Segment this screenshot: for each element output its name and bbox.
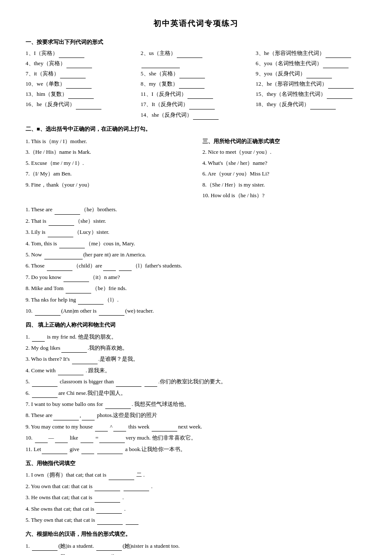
s2-l5: 9. Fine，thank（your / you） bbox=[26, 180, 190, 190]
s4-10: 10. — like =very much. 他们非常喜欢它。 bbox=[26, 433, 366, 443]
blank-10 bbox=[66, 88, 92, 89]
blank-4 bbox=[66, 68, 92, 68]
s5-4: 4. She owns that cat; that cat is . bbox=[26, 504, 366, 514]
s2-l3: 5. Excuse（me / my / I）. bbox=[26, 158, 190, 168]
blank-9 bbox=[306, 78, 332, 78]
blank-6 bbox=[323, 68, 349, 68]
section1-title: 一、按要求写出下列代词的形式 bbox=[26, 37, 366, 47]
s2-l4: 7.（I/ My）am Ben. bbox=[26, 169, 190, 178]
s3-8: 8. Mike and Tom （be）frie nds. bbox=[26, 283, 366, 293]
section2-right: 三、用所给代词的正确形式填空 2. Nice to meet（your / yo… bbox=[202, 135, 366, 201]
section6-title: 六、根据给出的汉语，用恰当的形式填空。 bbox=[26, 529, 366, 539]
item-9: 9、you（反身代词） bbox=[256, 69, 366, 78]
item-4: 4、they（宾格） bbox=[26, 59, 136, 68]
s2-r1: 2. Nice to meet（your / you）. bbox=[202, 147, 366, 157]
s3-3: 3. Lily is （Lucy）sister. bbox=[26, 227, 366, 237]
item-10: 10、we（单数） bbox=[26, 79, 136, 89]
s6-2: 2. (我)want (你)to do it today. bbox=[26, 552, 366, 555]
item-8: 8、my（复数） bbox=[141, 79, 251, 89]
s4-2: 2. My dog likes.我的狗喜欢她。 bbox=[26, 343, 366, 353]
s5-5: 5. They own that cat; that cat is bbox=[26, 515, 366, 525]
item-5: 5、she（宾格） bbox=[141, 69, 251, 78]
item-1: 1、I（宾格） bbox=[26, 49, 136, 58]
s2-r0: 三、用所给代词的正确形式填空 bbox=[202, 136, 366, 146]
s2-r3: 6. Are（your / you）Miss Li? bbox=[202, 169, 366, 178]
item-14: 14、she（反身代词） bbox=[141, 110, 251, 120]
s5-2: 2. You own that cat: that cat is . bbox=[26, 481, 366, 491]
section2-left: 1. This is（my / I）mother. 3.（He / His）na… bbox=[26, 135, 190, 201]
item-3: 3、he（形容词性物主代词） bbox=[256, 49, 366, 58]
s4-1: 1. is my frie nd. 他是我的朋友。 bbox=[26, 332, 366, 342]
s4-11: 11. Let give a book.让我给你一本书。 bbox=[26, 444, 366, 454]
s4-5: 5. classroom is bigger than .你们的教室比我们的要大… bbox=[26, 377, 366, 386]
section4-title: 四、 填上正确的人称代词和物主代词 bbox=[26, 320, 366, 330]
s2-r4: 8.（She / Her）is my sister. bbox=[202, 180, 366, 190]
s4-6: 6. are Chi nese.我们是中国人。 bbox=[26, 388, 366, 398]
page-title: 初中英语代词专项练习 bbox=[26, 17, 366, 30]
blank-3 bbox=[326, 58, 351, 58]
item-2: 2、us（主格） bbox=[141, 49, 251, 58]
s4-7: 7. I want to buy some ballo ons for . 我想… bbox=[26, 399, 366, 409]
section4-list: 1. is my frie nd. 他是我的朋友。 2. My dog like… bbox=[26, 332, 366, 454]
blank-8 bbox=[179, 88, 205, 89]
blank-13 bbox=[68, 98, 94, 99]
s3-10: 10. (Ann)m other is (we) teacher. bbox=[26, 306, 366, 316]
s3-4: 4. Tom, this is （me）cous in, Mary. bbox=[26, 239, 366, 248]
section3-list: 1. These are （he）brothers. 2. That is （s… bbox=[26, 204, 366, 316]
blank-7 bbox=[60, 78, 86, 78]
s4-4: 4. Come with . 跟我来。 bbox=[26, 365, 366, 375]
section5-list: 1. I own（拥有）that cat; that cat is 二 . 2.… bbox=[26, 470, 366, 525]
s3-6: 6. Those （child）are （l）father's students… bbox=[26, 261, 366, 270]
s3-7: 7. Do you know （it）n ame? bbox=[26, 272, 366, 282]
s2-l2: 3.（He / His）name is Mark. bbox=[26, 147, 190, 157]
item-12: 12、he（形容词性物主代词） bbox=[256, 79, 366, 89]
section6-list: 1. (她)is a student. (她)sister is a stude… bbox=[26, 541, 366, 555]
s4-8: 8. These are, photos.这些是我们的照片 bbox=[26, 410, 366, 420]
blank-18 bbox=[310, 109, 336, 109]
item-13: 13、him（复数） bbox=[26, 89, 136, 99]
item-16: 16、he（反身代词） bbox=[26, 100, 136, 109]
blank-2 bbox=[177, 58, 202, 58]
blank-1 bbox=[59, 58, 84, 58]
s3-1: 1. These are （he）brothers. bbox=[26, 204, 366, 214]
s3-9: 9. Tha nks for help ing （l）. bbox=[26, 295, 366, 305]
item-17: 17、It（反身代词） bbox=[141, 100, 251, 109]
item-7: 7、it（宾格） bbox=[26, 69, 136, 78]
section5-title: 五、用物指代词填空 bbox=[26, 458, 366, 468]
item-4b bbox=[141, 59, 251, 68]
s4-9: 9. You may come to my house ^ this week … bbox=[26, 422, 366, 431]
blank-14 bbox=[193, 119, 219, 120]
section2-title: 二、■、选出括号中正确的词，在正确的词上打勾。 bbox=[26, 124, 366, 134]
item-15: 15、they（名词性物主代词） bbox=[256, 89, 366, 99]
blank-16 bbox=[76, 109, 101, 109]
s3-5: 5. Now (her pare nt) are in America. bbox=[26, 250, 366, 259]
blank-11 bbox=[187, 98, 213, 99]
blank-17 bbox=[189, 109, 215, 109]
item-18: 18、they（反身代词） bbox=[256, 100, 366, 109]
s2-r2: 4. What's（she / her）name? bbox=[202, 158, 366, 168]
s2-l1: 1. This is（my / I）mother. bbox=[26, 136, 190, 146]
s4-3: 3. Who is there? It's .是谁啊？是我。 bbox=[26, 354, 366, 364]
item-6: 6、you（名词性物主代词） bbox=[256, 59, 366, 68]
s6-1: 1. (她)is a student. (她)sister is a stude… bbox=[26, 541, 366, 551]
s5-3: 3. He owns that cat; that cat is . bbox=[26, 492, 366, 502]
s2-r5: 10. How old is（he / his）? bbox=[202, 190, 366, 200]
section2-exercises: 1. This is（my / I）mother. 3.（He / His）na… bbox=[26, 135, 366, 201]
blank-4b bbox=[141, 68, 180, 68]
s5-1: 1. I own（拥有）that cat; that cat is 二 . bbox=[26, 470, 366, 480]
blank-5 bbox=[179, 78, 205, 78]
s3-2: 2. That is （she）sister. bbox=[26, 216, 366, 226]
section1-grid: 1、I（宾格） 2、us（主格） 3、he（形容词性物主代词） 4、they（宾… bbox=[26, 49, 366, 120]
item-11: 11、I（反身代词） bbox=[141, 89, 251, 99]
blank-15 bbox=[327, 98, 352, 99]
blank-12 bbox=[328, 88, 354, 89]
